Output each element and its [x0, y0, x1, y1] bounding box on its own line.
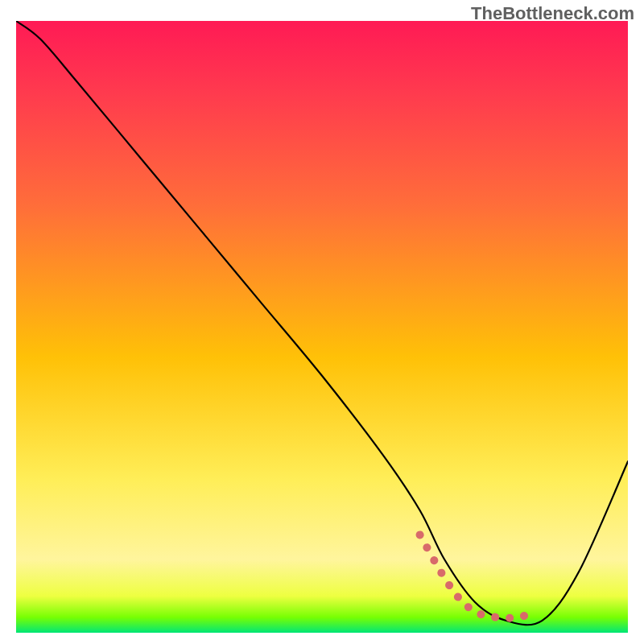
gradient-background — [16, 21, 628, 633]
gradient-rect — [16, 21, 628, 633]
watermark-text: TheBottleneck.com — [471, 3, 634, 24]
chart-container: TheBottleneck.com — [0, 0, 644, 644]
plot-area — [16, 21, 628, 633]
